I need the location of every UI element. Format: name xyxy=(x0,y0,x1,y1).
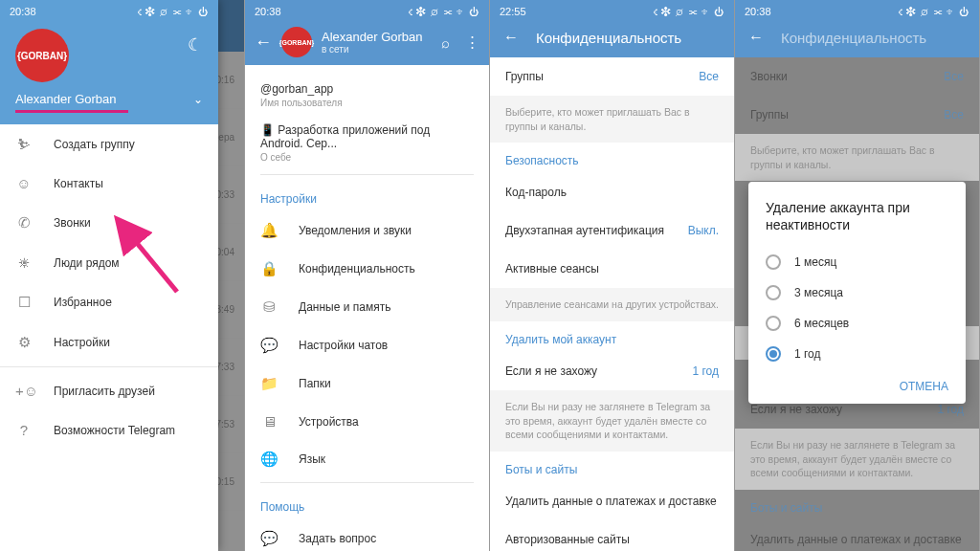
radio-label: 1 год xyxy=(794,347,821,361)
setting-4[interactable]: 📁Папки xyxy=(260,364,474,403)
status-icons: ☾ ✽ ⌀ ⫘ ᯤ ⏻ xyxy=(138,7,209,17)
setting-2[interactable]: ⛁Данные и память xyxy=(260,288,474,326)
help-label: Задать вопрос xyxy=(299,532,376,545)
sessions-row[interactable]: Активные сеансы xyxy=(490,250,734,288)
drawer-icon: ? xyxy=(15,422,33,438)
drawer-item-2[interactable]: ✆Звонки xyxy=(0,203,218,243)
status-time: 20:38 xyxy=(255,6,281,17)
storage-progress xyxy=(15,110,128,113)
setting-icon: 💬 xyxy=(260,337,278,354)
twofa-row[interactable]: Двухэтапная аутентификацияВыкл. xyxy=(490,211,734,250)
help-section: Помощь xyxy=(260,487,474,519)
drawer-icon: ☺ xyxy=(15,175,33,191)
status-icons: ☾ ✽ ⌀ ⫘ ᯤ ⏻ xyxy=(899,7,969,17)
setting-3[interactable]: 💬Настройки чатов xyxy=(260,326,474,364)
status-icons: ☾ ✽ ⌀ ⫘ ᯤ ⏻ xyxy=(654,7,724,17)
groups-row[interactable]: ГруппыВсе xyxy=(490,57,734,96)
drawer-item-5[interactable]: ⚙Настройки xyxy=(0,322,218,363)
passcode-row[interactable]: Код-пароль xyxy=(490,173,734,211)
delete-section: Удалить мой аккаунт xyxy=(490,321,734,352)
delete-dialog: Удаление аккаунта при неактивности 1 мес… xyxy=(748,182,966,404)
inactive-hint: Если Вы ни разу не заглянете в Telegram … xyxy=(735,429,979,490)
drawer-item-1[interactable]: ☺Контакты xyxy=(0,164,218,203)
user-name: Alexander Gorban xyxy=(15,92,117,106)
more-icon[interactable]: ⋮ xyxy=(465,33,479,51)
drawer-label: Настройки xyxy=(54,336,110,349)
back-icon[interactable]: ← xyxy=(503,29,519,46)
setting-icon: 🌐 xyxy=(260,451,278,468)
status-icons: ☾ ✽ ⌀ ⫘ ᯤ ⏻ xyxy=(409,7,479,17)
radio-option-0[interactable]: 1 месяц xyxy=(766,247,948,277)
help-0[interactable]: 💬Задать вопрос xyxy=(260,519,474,551)
bots-section: Боты и сайты xyxy=(735,490,979,520)
setting-icon: 🖥 xyxy=(260,413,278,430)
calls-row[interactable]: ЗвонкиВсе xyxy=(735,57,979,96)
drawer-item2-0[interactable]: +☺Пригласить друзей xyxy=(0,371,218,410)
user-name-row[interactable]: Alexander Gorban ⌄ xyxy=(15,92,203,106)
groups-hint: Выберите, кто может приглашать Вас в гру… xyxy=(490,96,734,143)
security-section: Безопасность xyxy=(490,143,734,173)
drawer-item2-1[interactable]: ?Возможности Telegram xyxy=(0,410,218,450)
night-mode-icon[interactable]: ☾ xyxy=(188,34,203,55)
profile-name: Alexander Gorban xyxy=(322,30,426,44)
profile-body: @gorban_app Имя пользователя 📱 Разработк… xyxy=(245,65,489,551)
back-icon[interactable]: ← xyxy=(255,33,272,53)
setting-label: Настройки чатов xyxy=(299,339,388,352)
chevron-down-icon: ⌄ xyxy=(193,93,203,106)
status-bar: 20:38 ☾ ✽ ⌀ ⫘ ᯤ ⏻ xyxy=(0,0,218,23)
page-title: Конфиденциальность xyxy=(781,30,926,46)
status-time: 20:38 xyxy=(745,6,771,17)
cancel-button[interactable]: ОТМЕНА xyxy=(766,369,948,394)
setting-label: Данные и память xyxy=(299,300,390,314)
radio-option-2[interactable]: 6 месяцев xyxy=(766,308,948,339)
sites-row[interactable]: Авторизованные сайты xyxy=(490,520,734,551)
search-icon[interactable]: ⌕ xyxy=(441,34,450,51)
drawer-items: ⛷Создать группу☺Контакты✆Звонки⛯Люди ряд… xyxy=(0,124,218,551)
username-field[interactable]: @gorban_app Имя пользователя xyxy=(260,75,474,116)
radio-option-1[interactable]: 3 месяца xyxy=(766,277,948,308)
payments-row[interactable]: Удалить данные о платежах и доставке xyxy=(490,482,734,520)
status-bar: 20:38 ☾ ✽ ⌀ ⫘ ᯤ ⏻ xyxy=(735,0,979,23)
drawer-label: Возможности Telegram xyxy=(54,424,175,437)
back-icon[interactable]: ← xyxy=(748,29,764,46)
drawer-label: Звонки xyxy=(54,216,91,230)
sessions-hint: Управление сеансами на других устройства… xyxy=(490,288,734,321)
inactive-row[interactable]: Если я не захожу1 год xyxy=(490,352,734,390)
drawer-label: Люди рядом xyxy=(54,256,120,270)
status-time: 20:38 xyxy=(10,6,36,17)
setting-6[interactable]: 🌐Язык xyxy=(260,440,474,478)
drawer-icon: ⛷ xyxy=(15,136,33,152)
groups-hint: Выберите, кто может приглашать Вас в гру… xyxy=(735,134,979,181)
radio-icon xyxy=(766,285,781,300)
screen-1-drawer: ж...20:16 Вчера То...20:33 20:04 13:49 Р… xyxy=(0,0,245,551)
drawer-item-0[interactable]: ⛷Создать группу xyxy=(0,124,218,164)
settings-section: Настройки xyxy=(260,179,474,211)
screen-4-dialog: 20:38 ☾ ✽ ⌀ ⫘ ᯤ ⏻ ← Конфиденциальность З… xyxy=(735,0,980,551)
status-bar: 20:38 ☾ ✽ ⌀ ⫘ ᯤ ⏻ xyxy=(245,0,489,23)
avatar[interactable]: {GORBAN} xyxy=(281,27,312,57)
setting-label: Папки xyxy=(299,377,331,390)
radio-option-3[interactable]: 1 год xyxy=(766,339,948,369)
setting-label: Язык xyxy=(299,452,325,466)
setting-label: Устройства xyxy=(299,415,359,429)
setting-icon: ⛁ xyxy=(260,298,278,316)
setting-1[interactable]: 🔒Конфиденциальность xyxy=(260,250,474,288)
dialog-title: Удаление аккаунта при неактивности xyxy=(766,199,948,233)
setting-label: Уведомления и звуки xyxy=(299,224,412,237)
drawer-label: Контакты xyxy=(54,177,103,190)
radio-label: 6 месяцев xyxy=(794,317,849,330)
bio-field[interactable]: 📱 Разработка приложений под Android. Сер… xyxy=(260,116,474,170)
setting-0[interactable]: 🔔Уведомления и звуки xyxy=(260,211,474,250)
drawer-label: Создать группу xyxy=(54,138,135,151)
drawer-item-3[interactable]: ⛯Люди рядом xyxy=(0,243,218,282)
payments-row[interactable]: Удалить данные о платежах и доставке xyxy=(735,520,979,551)
groups-row[interactable]: ГруппыВсе xyxy=(735,96,979,134)
drawer-item-4[interactable]: ☐Избранное xyxy=(0,282,218,322)
setting-5[interactable]: 🖥Устройства xyxy=(260,403,474,440)
screen-3-privacy: 22:55 ☾ ✽ ⌀ ⫘ ᯤ ⏻ ← Конфиденциальность Г… xyxy=(490,0,735,551)
avatar[interactable]: {GORBAN} xyxy=(15,29,69,82)
drawer-icon: ☐ xyxy=(15,294,33,311)
inactive-hint: Если Вы ни разу не заглянете в Telegram … xyxy=(490,390,734,452)
setting-label: Конфиденциальность xyxy=(299,262,415,276)
screen-2-profile: 20:38 ☾ ✽ ⌀ ⫘ ᯤ ⏻ ← {GORBAN} Alexander G… xyxy=(245,0,490,551)
